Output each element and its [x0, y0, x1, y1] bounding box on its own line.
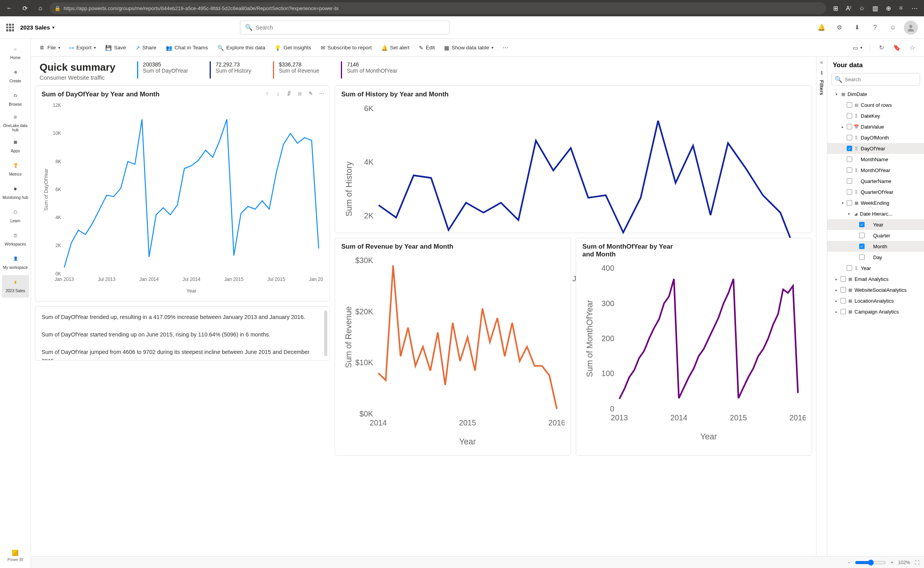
field-locationanalytics[interactable]: ▸▦LocationAnalytics	[827, 295, 924, 306]
chart-dayofyear[interactable]: Sum of DayOfYear by Year and Month ↑ ↓ ⇵…	[35, 85, 330, 301]
nav-browse[interactable]: 🗀Browse	[2, 89, 29, 111]
svg-text:Sum of MonthOfYear: Sum of MonthOfYear	[585, 300, 594, 377]
ribbon-chat-teams[interactable]: 👥Chat in Teams	[162, 42, 212, 54]
field-dimdate[interactable]: ▾▦DimDate	[827, 89, 924, 99]
mail-icon: ✉	[321, 45, 325, 51]
svg-text:Jul 2014: Jul 2014	[182, 277, 200, 282]
nav-home[interactable]: ⌂Home	[2, 42, 29, 64]
svg-text:Jan 2015: Jan 2015	[224, 277, 244, 282]
report-name-dropdown[interactable]: 2023 Sales ▾	[20, 24, 54, 31]
search-input[interactable]	[256, 24, 445, 31]
chart-history[interactable]: Sum of History by Year and Month 0K2K4K6…	[335, 85, 812, 233]
svg-text:0: 0	[610, 404, 614, 413]
svg-text:Sum of Revenue: Sum of Revenue	[344, 306, 353, 368]
field-datevalue[interactable]: ▸📅DateValue	[827, 121, 924, 132]
nav-create[interactable]: ⊕Create	[2, 65, 29, 88]
nav-current-report[interactable]: ▮2023 Sales	[2, 275, 29, 298]
help-icon[interactable]: ?	[868, 21, 882, 35]
nav-my-workspace[interactable]: 👤My workspace	[2, 252, 29, 274]
download-icon[interactable]: ⬇	[850, 21, 864, 35]
ribbon-bookmark[interactable]: 🔖	[890, 41, 904, 55]
field-weekending[interactable]: ▾▦WeekEnding	[827, 197, 924, 208]
data-search[interactable]: 🔍	[831, 73, 920, 85]
zoom-slider[interactable]	[855, 559, 886, 566]
zoom-out-button[interactable]: −	[848, 560, 850, 565]
field-day[interactable]: Day	[827, 252, 924, 263]
nav-metrics[interactable]: 🏆Metrics	[2, 159, 29, 181]
field-campaign-analytics[interactable]: ▸▦Campaign Analytics	[827, 306, 924, 317]
feedback-icon[interactable]: ☺	[886, 21, 900, 35]
ribbon-data-table[interactable]: ▦Show data table▾	[440, 42, 497, 54]
field-datekey[interactable]: ΣDateKey	[827, 110, 924, 121]
kpi-history[interactable]: 72,292.73Sum of History	[210, 61, 251, 78]
field-monthname[interactable]: MonthName	[827, 154, 924, 165]
ribbon-alert[interactable]: 🔔Set alert	[377, 42, 413, 54]
field-year[interactable]: ΣYear	[827, 263, 924, 274]
ribbon-file[interactable]: 🗎File▾	[36, 42, 64, 54]
field-year[interactable]: ✓Year	[827, 219, 924, 230]
field-quarterofyear[interactable]: ΣQuarterOfYear	[827, 186, 924, 197]
ribbon-reset[interactable]: ↻	[874, 41, 888, 55]
kpi-monthofyear[interactable]: 7146Sum of MonthOfYear	[341, 61, 397, 78]
kpi-dayofyear[interactable]: 200385Sum of DayOfYear	[137, 61, 188, 78]
ribbon-insights[interactable]: 💡Get insights	[271, 42, 315, 54]
nav-learn[interactable]: ▢Learn	[2, 205, 29, 228]
nav-monitoring[interactable]: ◉Monitoring hub	[2, 182, 29, 204]
notifications-icon[interactable]: 🔔	[815, 21, 828, 35]
field-month[interactable]: ✓Month	[827, 241, 924, 252]
more-icon[interactable]: ⋯	[908, 2, 921, 14]
refresh-button[interactable]: ⟳	[19, 2, 31, 14]
app-launcher-icon[interactable]	[6, 24, 14, 31]
url-bar[interactable]: 🔒 https://app.powerbi.com/groups/me/repo…	[50, 2, 826, 14]
field-dayofmonth[interactable]: ΣDayOfMonth	[827, 132, 924, 143]
share-icon: ↗	[135, 45, 140, 51]
insights-narrative[interactable]: Sum of DayOfYear trended up, resulting i…	[35, 306, 330, 361]
read-aloud-icon[interactable]: A⁾	[842, 2, 855, 14]
expand-icon[interactable]: ⇵	[285, 90, 292, 97]
ribbon-subscribe[interactable]: ✉Subscribe to report	[317, 42, 376, 54]
field-quartername[interactable]: QuarterName	[827, 176, 924, 186]
ribbon-view-mode[interactable]: ▭ ▾	[849, 42, 866, 54]
collections-icon[interactable]: ▥	[869, 2, 881, 14]
ribbon-star[interactable]: ☆	[905, 41, 919, 55]
more-options-icon[interactable]: ⋯	[318, 90, 325, 97]
chart-revenue[interactable]: Sum of Revenue by Year and Month $0K$10K…	[335, 238, 571, 456]
ribbon-save[interactable]: 💾Save	[101, 42, 130, 54]
expand-filters-icon[interactable]: «	[820, 59, 823, 65]
ribbon-export[interactable]: ↦Export▾	[66, 42, 100, 54]
chart-monthofyear[interactable]: Sum of MonthOfYear by Year and Month 010…	[576, 238, 812, 456]
app-icon[interactable]: ⊞	[829, 2, 842, 14]
nav-onelake[interactable]: ◎OneLake data hub	[2, 112, 29, 134]
nav-apps[interactable]: ▦Apps	[2, 135, 29, 158]
global-search[interactable]: 🔍	[240, 21, 450, 35]
zoom-in-button[interactable]: +	[891, 560, 893, 565]
filters-pane-collapsed[interactable]: « ⫿ Filters	[816, 57, 827, 556]
data-search-input[interactable]	[845, 77, 917, 82]
settings-icon[interactable]: ⚙	[832, 21, 846, 35]
ribbon-explore[interactable]: 🔍Explore this data	[214, 42, 269, 54]
ribbon-edit[interactable]: ✎Edit	[415, 42, 439, 54]
field-quarter[interactable]: Quarter	[827, 230, 924, 241]
fit-page-button[interactable]: ⛶	[915, 560, 919, 565]
svg-text:400: 400	[601, 264, 614, 272]
ribbon-share[interactable]: ↗Share	[132, 42, 160, 54]
back-button[interactable]: ←	[3, 2, 16, 14]
drill-down-icon[interactable]: ↓	[274, 90, 281, 97]
field-websitesocialanalytics[interactable]: ▸▦WebsiteSocialAnalytics	[827, 284, 924, 295]
expand-all-icon[interactable]: ⫼	[296, 90, 303, 97]
pin-icon[interactable]: ✎	[307, 90, 314, 97]
drill-up-icon[interactable]: ↑	[264, 90, 271, 97]
field-monthofyear[interactable]: ΣMonthOfYear	[827, 165, 924, 176]
field-dayofyear[interactable]: ✓ΣDayOfYear	[827, 143, 924, 154]
field-email-analytics[interactable]: ▸▦Email Analytics	[827, 274, 924, 284]
field-count-of-rows[interactable]: ▤Count of rows	[827, 99, 924, 110]
home-button[interactable]: ⌂	[34, 2, 47, 14]
extensions-icon[interactable]: ⊕	[882, 2, 894, 14]
user-avatar[interactable]	[904, 21, 918, 35]
copilot-icon[interactable]: ఠ	[895, 2, 908, 14]
kpi-revenue[interactable]: $336,278Sum of Revenue	[273, 61, 319, 78]
ribbon-overflow[interactable]: ⋯	[499, 42, 512, 54]
field-date-hierarc-[interactable]: ▾◢Date Hierarc...	[827, 208, 924, 219]
favorite-icon[interactable]: ☆	[856, 2, 868, 14]
nav-workspaces[interactable]: ◫Workspaces	[2, 228, 29, 251]
